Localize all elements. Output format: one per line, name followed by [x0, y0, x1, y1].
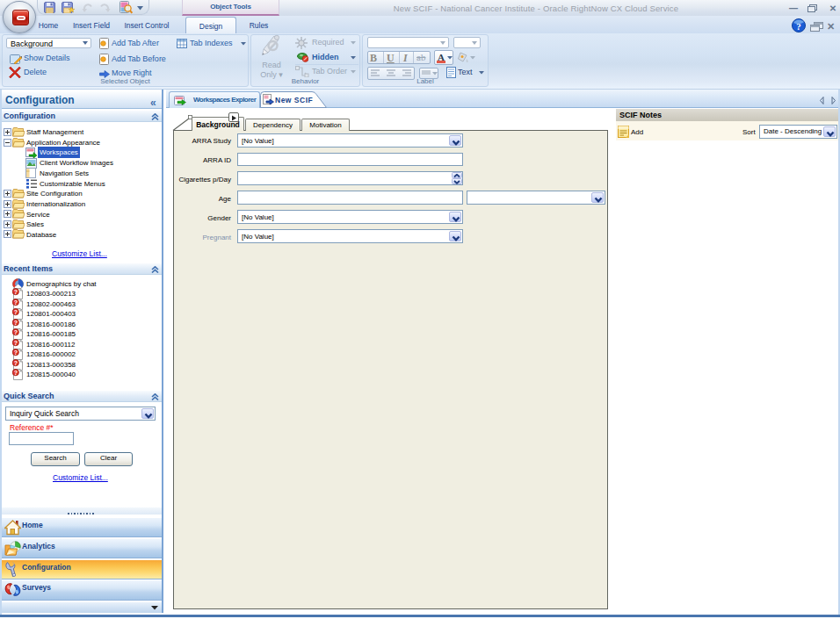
- svg-text:?: ?: [796, 21, 801, 32]
